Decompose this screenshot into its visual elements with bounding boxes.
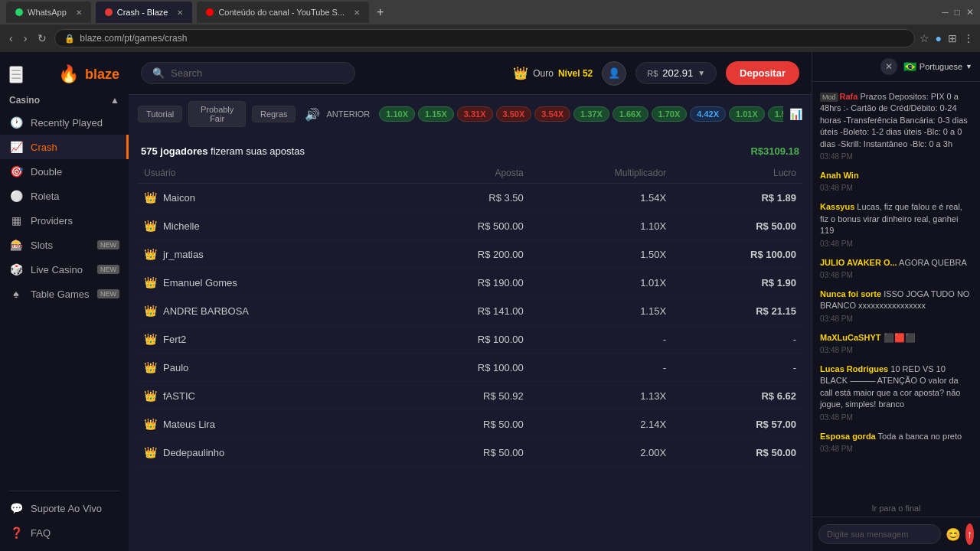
sidebar-header: ☰ 🔥 blaze [0,58,129,90]
live-casino-icon: 🎲 [9,263,23,276]
browser-tab-crash[interactable]: Crash - Blaze ✕ [96,2,193,23]
mult-chip-1[interactable]: 1.15X [418,106,454,122]
username-4: ANDRE BARBOSA [163,305,249,317]
table-summary-row: 575 jogadores fizeram suas apostas R$310… [138,139,802,163]
forward-button[interactable]: › [21,31,31,46]
bookmark-icon[interactable]: ☆ [920,32,929,44]
chart-icon[interactable]: 📊 [789,108,802,120]
cell-user-4: 👑 ANDRE BARBOSA [138,297,400,325]
sidebar-item-live-casino[interactable]: 🎲 Live Casino NEW [0,257,129,282]
cell-aposta-9: R$ 50.00 [400,439,530,467]
cell-aposta-0: R$ 3.50 [400,184,530,212]
players-count: 575 jogadores [141,145,207,157]
extensions-icon[interactable]: ⊞ [948,32,957,44]
sidebar-item-table-games[interactable]: ♠ Table Games NEW [0,282,129,306]
crash-favicon [105,8,113,16]
logo-text: blaze [85,67,119,83]
chat-message: JULIO AVAKER O... AGORA QUEBRA03:48 PM [818,254,974,284]
username-2: jr_matias [163,249,204,260]
settings-icon[interactable]: ⋮ [963,32,974,44]
mult-chip-8[interactable]: 4.42X [690,106,726,122]
header-right: 👑 Ouro Nível 52 👤 R$ 202.91 ▼ Depositar [513,61,799,86]
mult-chip-6[interactable]: 1.66X [612,106,648,122]
tab-close-crash[interactable]: ✕ [177,8,183,17]
regras-button[interactable]: Regras [252,106,296,122]
table-games-icon: ♠ [9,288,23,300]
chat-timestamp: 03:48 PM [820,239,972,249]
user-crown-7: 👑 [144,390,157,402]
search-input[interactable] [171,67,344,79]
sidebar-item-crash[interactable]: 📈 Crash [0,135,129,159]
browser-tab-whatsapp[interactable]: WhatsApp ✕ [6,2,91,23]
user-profile-button[interactable]: 👤 [602,61,626,86]
chat-input[interactable] [818,524,941,544]
cell-mult-2: 1.50X [530,240,672,269]
cell-mult-3: 1.01X [530,269,672,297]
hamburger-menu[interactable]: ☰ [9,66,23,83]
new-tab-button[interactable]: + [374,5,387,19]
browser-close[interactable]: ✕ [966,7,974,18]
bets-table-container: 575 jogadores fizeram suas apostas R$310… [129,139,812,467]
sidebar-item-faq[interactable]: ❓ FAQ [0,520,129,545]
cell-aposta-8: R$ 50.00 [400,410,530,439]
back-button[interactable]: ‹ [6,31,16,46]
language-selector[interactable]: 🇧🇷 Portuguese ▼ [903,60,972,73]
mult-chip-0[interactable]: 1.10X [379,106,415,122]
address-bar[interactable]: 🔒 blaze.com/pt/games/crash [54,29,914,47]
table-row: 👑 Paulo R$ 100.00 - - [138,354,802,382]
chat-message: ModRafa Prazos Depositos: PIX 0 a 48hrs … [818,88,974,165]
mult-chip-10[interactable]: 1.52X [768,106,783,122]
sidebar-item-slots[interactable]: 🎰 Slots NEW [0,233,129,257]
chat-message: Kassyus Lucas, fiz que falou e é real, f… [818,198,974,252]
mult-chip-3[interactable]: 3.50X [496,106,532,122]
url-text: blaze.com/pt/games/crash [80,33,187,44]
support-icon: 💬 [9,502,23,514]
mult-chip-2[interactable]: 3.31X [457,106,493,122]
sidebar-item-providers[interactable]: ▦ Providers [0,208,129,233]
profile-icon[interactable]: ● [936,32,942,44]
sidebar-item-roleta[interactable]: ⚪ Roleta [0,184,129,208]
cell-lucro-2: R$ 100.00 [672,240,802,269]
tutorial-button[interactable]: Tutorial [138,106,182,122]
cell-lucro-1: R$ 50.00 [672,212,802,240]
live-casino-badge: NEW [97,265,119,274]
sidebar-item-double[interactable]: 🎯 Double [0,159,129,184]
chat-messages[interactable]: ModRafa Prazos Depositos: PIX 0 a 48hrs … [812,82,980,499]
username-5: Fert2 [163,334,186,345]
browser-maximize[interactable]: □ [955,7,960,18]
cell-mult-1: 1.10X [530,212,672,240]
browser-tab-youtube[interactable]: Conteúdo do canal - YouTube S... ✕ [197,2,369,23]
send-message-button[interactable]: ↑ [965,523,974,545]
browser-minimize[interactable]: ─ [942,7,949,18]
tab-close-whatsapp[interactable]: ✕ [76,8,82,17]
close-chat-button[interactable]: ✕ [880,58,897,75]
user-crown-4: 👑 [144,305,157,317]
currency-label: R$ [647,69,658,78]
search-box[interactable]: 🔍 [141,62,355,84]
tab-label-whatsapp: WhatsApp [28,8,67,17]
go-to-bottom-button[interactable]: Ir para o final [871,504,920,513]
sidebar-item-recently-played[interactable]: 🕐 Recently Played [0,110,129,135]
table-games-badge: NEW [97,289,119,298]
username-3: Emanuel Gomes [163,277,237,289]
sidebar-item-support[interactable]: 💬 Suporte Ao Vivo [0,496,129,520]
mult-chip-5[interactable]: 1.37X [573,106,609,122]
chat-username: MaXLuCaSHYT [820,333,880,342]
table-row: 👑 Fert2 R$ 100.00 - - [138,325,802,354]
casino-section-header[interactable]: Casino ▲ [0,90,129,110]
balance-button[interactable]: R$ 202.91 ▼ [635,62,717,84]
reload-button[interactable]: ↻ [34,31,50,46]
tab-label-youtube: Conteúdo do canal - YouTube S... [218,8,345,17]
tab-close-youtube[interactable]: ✕ [354,8,360,17]
game-area: Tutorial Probably Fair Regras 🔊 ANTERIOR… [129,95,812,139]
mult-chip-9[interactable]: 1.01X [729,106,765,122]
search-icon: 🔍 [152,67,165,79]
mult-chip-4[interactable]: 3.54X [534,106,570,122]
sound-button[interactable]: 🔊 [305,107,320,122]
emoji-button[interactable]: 😊 [946,527,961,542]
cell-user-3: 👑 Emanuel Gomes [138,269,400,297]
mult-chip-7[interactable]: 1.70X [652,106,688,122]
probably-fair-button[interactable]: Probably Fair [188,101,246,127]
deposit-button[interactable]: Depositar [726,61,799,85]
level-num: Nível 52 [558,68,593,79]
